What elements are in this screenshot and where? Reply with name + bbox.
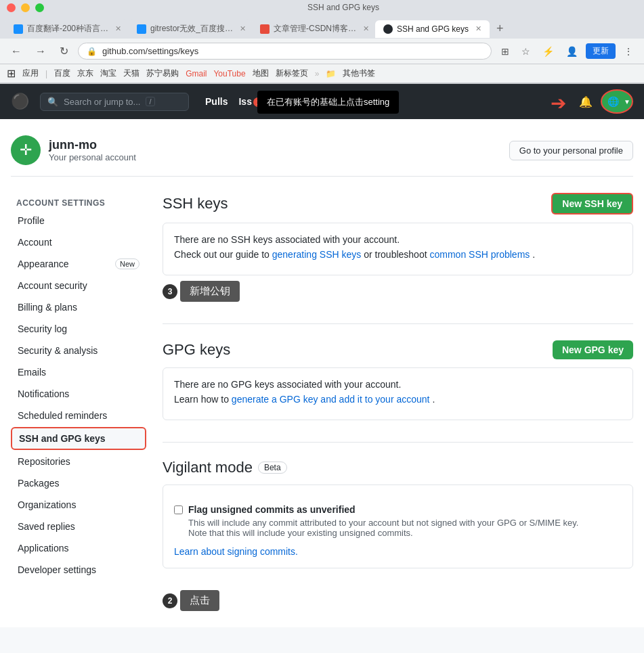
sidebar-item-notifications[interactable]: Notifications: [11, 384, 146, 404]
vigilant-checkbox[interactable]: [174, 505, 183, 514]
annotation-bubble-3: 3: [163, 284, 177, 299]
ssh-guide-suffix: .: [532, 249, 535, 260]
sidebar-item-security-log[interactable]: Security log: [11, 319, 146, 339]
settings-layout: Account settings Profile Account Appeara…: [11, 193, 633, 611]
sidebar-item-emails[interactable]: Emails: [11, 362, 146, 382]
menu-icon[interactable]: ⋮: [620, 45, 637, 58]
bookmark-baidu[interactable]: 百度: [54, 68, 70, 79]
github-header: ⚫ 🔍 Search or jump to... / Pulls Iss1 在已…: [0, 84, 644, 119]
extensions-icon[interactable]: ⚡: [538, 45, 558, 58]
ssh-guide-prefix: Check out our guide to: [174, 249, 270, 260]
ssh-guide-text: Check out our guide to generating SSH ke…: [174, 249, 622, 260]
vigilant-beta-badge: Beta: [258, 461, 287, 474]
update-btn[interactable]: 更新: [586, 43, 616, 59]
bookmark-newtab[interactable]: 新标签页: [276, 68, 308, 79]
vigilant-checkbox-row: Flag unsigned commits as unverified This…: [174, 504, 622, 538]
sidebar-item-appearance[interactable]: Appearance New: [11, 254, 146, 274]
bookmark-tianmao[interactable]: 天猫: [123, 68, 139, 79]
sidebar-item-packages[interactable]: Packages: [11, 473, 146, 493]
gpg-guide-link[interactable]: generate a GPG key and add it to your ac…: [232, 394, 430, 405]
annotation-bubble-2: 2: [163, 593, 177, 608]
tab-favicon-3: [260, 24, 270, 34]
annotation-2: 2 点击: [163, 590, 633, 611]
profile-avatar: ✛: [11, 135, 41, 165]
new-tab-btn[interactable]: +: [491, 22, 509, 36]
tab-close-1[interactable]: ✕: [115, 24, 121, 33]
sidebar-item-developer-settings[interactable]: Developer settings: [11, 560, 146, 580]
github-search[interactable]: 🔍 Search or jump to... /: [40, 93, 189, 111]
translate-icon[interactable]: ⊞: [497, 45, 513, 58]
maximize-window-btn[interactable]: [35, 3, 44, 12]
sidebar-label-profile: Profile: [18, 215, 45, 226]
close-window-btn[interactable]: [7, 3, 16, 12]
tab-close-4[interactable]: ✕: [475, 24, 481, 33]
section-divider-1: [163, 323, 633, 324]
tab-close-3[interactable]: ✕: [363, 24, 369, 33]
profile-info: ✛ junn-mo Your personal account: [11, 135, 136, 165]
browser-actions: ⊞ ☆ ⚡ 👤 更新 ⋮: [497, 43, 637, 59]
gpg-section-header: GPG keys New GPG key: [163, 340, 633, 359]
bookmark-more[interactable]: 其他书签: [343, 68, 375, 79]
nav-pulls[interactable]: Pulls: [205, 96, 228, 107]
url-text: github.com/settings/keys: [102, 46, 483, 56]
sidebar-label-organizations: Organizations: [18, 499, 76, 510]
vigilant-section: Vigilant mode Beta Flag unsigned commits…: [163, 459, 633, 568]
bookmark-apps[interactable]: 应用: [22, 68, 39, 79]
vigilant-info-box: Flag unsigned commits as unverified This…: [163, 485, 633, 568]
tab-close-2[interactable]: ✕: [240, 24, 246, 33]
bookmark-suning[interactable]: 苏宁易购: [146, 68, 179, 79]
url-bar[interactable]: 🔒 github.com/settings/keys: [78, 43, 492, 60]
profile-page-btn[interactable]: Go to your personal profile: [509, 141, 633, 160]
bookmark-map[interactable]: 地图: [253, 68, 269, 79]
refresh-btn[interactable]: ↻: [56, 43, 72, 59]
bookmark-youtube[interactable]: YouTube: [213, 69, 245, 78]
vigilant-checkbox-label: Flag unsigned commits as unverified: [188, 504, 578, 515]
vigilant-header: Vigilant mode Beta: [163, 459, 633, 476]
address-bar: ← → ↻ 🔒 github.com/settings/keys ⊞ ☆ ⚡ 👤…: [0, 39, 644, 64]
settings-sidebar: Account settings Profile Account Appeara…: [11, 193, 146, 611]
bookmark-jd[interactable]: 京东: [77, 68, 93, 79]
bookmark-gmail[interactable]: Gmail: [186, 69, 207, 78]
github-container: ✛ junn-mo Your personal account Go to yo…: [0, 119, 644, 627]
sidebar-item-applications[interactable]: Applications: [11, 538, 146, 558]
profile-icon[interactable]: 👤: [562, 45, 582, 58]
ssh-section-header: SSH keys New SSH key: [163, 193, 633, 215]
sidebar-item-security-analysis[interactable]: Security & analysis: [11, 340, 146, 361]
minimize-window-btn[interactable]: [21, 3, 30, 12]
sidebar-item-billing[interactable]: Billing & plans: [11, 297, 146, 317]
sidebar-label-appearance: Appearance: [18, 258, 69, 269]
sidebar-item-profile[interactable]: Profile: [11, 210, 146, 231]
sidebar-item-ssh-gpg[interactable]: SSH and GPG keys: [11, 427, 146, 450]
vigilant-learn-link[interactable]: Learn about signing commits.: [174, 546, 298, 557]
vigilant-learn-row: Learn about signing commits.: [174, 546, 622, 557]
sidebar-label-scheduled-reminders: Scheduled reminders: [18, 410, 107, 421]
ssh-guide-link2[interactable]: common SSH problems: [429, 249, 530, 260]
bookmark-icon[interactable]: ☆: [517, 45, 534, 58]
sidebar-item-saved-replies[interactable]: Saved replies: [11, 516, 146, 537]
tab-favicon-1: [14, 24, 23, 34]
browser-tab-1[interactable]: 百度翻译-200种语言… ✕: [5, 19, 127, 39]
sidebar-item-repositories[interactable]: Repositories: [11, 451, 146, 472]
sidebar-item-account[interactable]: Account: [11, 232, 146, 252]
annotation-3-container: 3 新增公钥: [163, 281, 633, 302]
browser-tab-4[interactable]: SSH and GPG keys ✕: [375, 20, 490, 38]
profile-username: junn-mo: [49, 138, 136, 152]
user-avatar-btn[interactable]: 🌐 ▼: [601, 89, 633, 114]
browser-tab-2[interactable]: gitrestor无效_百度搜… ✕: [129, 19, 251, 39]
sidebar-label-emails: Emails: [18, 367, 46, 378]
new-gpg-key-btn[interactable]: New GPG key: [553, 340, 633, 359]
sidebar-item-scheduled-reminders[interactable]: Scheduled reminders: [11, 405, 146, 426]
forward-btn[interactable]: →: [31, 44, 50, 59]
browser-tab-3[interactable]: 文章管理-CSDN博客… ✕: [252, 19, 374, 39]
sidebar-item-organizations[interactable]: Organizations: [11, 495, 146, 515]
ssh-empty-text: There are no SSH keys associated with yo…: [174, 234, 622, 245]
bell-icon[interactable]: 🔔: [579, 95, 593, 108]
tab-label-1: 百度翻译-200种语言…: [27, 23, 108, 35]
ssh-guide-link1[interactable]: generating SSH keys: [272, 249, 362, 260]
new-ssh-key-btn[interactable]: New SSH key: [551, 193, 633, 215]
back-btn[interactable]: ←: [7, 44, 26, 59]
sidebar-item-account-security[interactable]: Account security: [11, 275, 146, 296]
github-logo[interactable]: ⚫: [11, 93, 29, 110]
sidebar-label-developer-settings: Developer settings: [18, 564, 96, 575]
bookmark-taobao[interactable]: 淘宝: [100, 68, 116, 79]
